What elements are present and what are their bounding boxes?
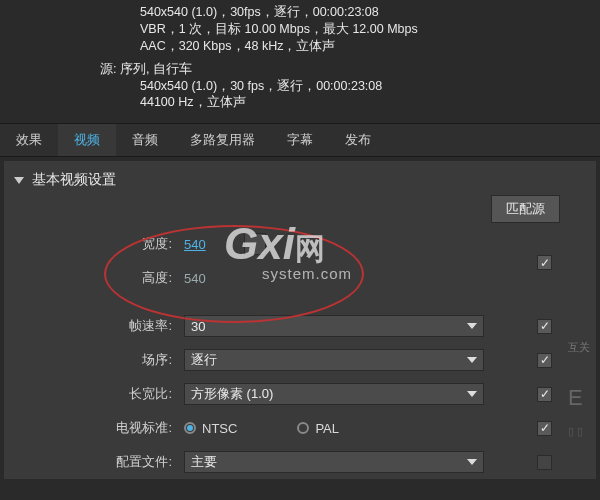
aspect-select[interactable]: 方形像素 (1.0) xyxy=(184,383,484,405)
row-fps: 帧速率: 30 ✓ xyxy=(14,309,586,343)
row-order: 场序: 逐行 ✓ xyxy=(14,343,586,377)
profile-checkbox[interactable] xyxy=(537,455,552,470)
label-tvstd: 电视标准: xyxy=(14,419,184,437)
radio-dot-icon xyxy=(297,422,309,434)
label-order: 场序: xyxy=(14,351,184,369)
label-profile: 配置文件: xyxy=(14,453,184,471)
bg-letter: E xyxy=(568,385,598,411)
aspect-checkbox[interactable]: ✓ xyxy=(537,387,552,402)
tab-effects[interactable]: 效果 xyxy=(0,124,58,156)
source-line: 540x540 (1.0)，30 fps，逐行，00:00:23:08 xyxy=(140,78,600,95)
match-source-button[interactable]: 匹配源 xyxy=(491,195,560,223)
chevron-down-icon xyxy=(467,459,477,465)
row-width: 宽度: 540 ✓ xyxy=(14,227,586,261)
bg-icon: ▯ ▯ xyxy=(568,425,598,438)
collapse-triangle-icon[interactable] xyxy=(14,177,24,184)
tab-publish[interactable]: 发布 xyxy=(329,124,387,156)
tab-captions[interactable]: 字幕 xyxy=(271,124,329,156)
tvstd-checkbox[interactable]: ✓ xyxy=(537,421,552,436)
summary-info: 540x540 (1.0)，30fps，逐行，00:00:23:08 VBR，1… xyxy=(0,0,600,117)
video-settings-panel: 基本视频设置 匹配源 Gxi网 system.com 宽度: 540 ✓ 高度:… xyxy=(4,161,596,479)
link-dimensions-icon[interactable] xyxy=(244,233,266,255)
source-name: 序列, 自行车 xyxy=(120,62,192,76)
summary-line: VBR，1 次，目标 10.00 Mbps，最大 12.00 Mbps xyxy=(140,21,600,38)
source-label: 源: xyxy=(100,62,120,76)
tab-video[interactable]: 视频 xyxy=(58,124,116,156)
tab-audio[interactable]: 音频 xyxy=(116,124,174,156)
summary-line: AAC，320 Kbps，48 kHz，立体声 xyxy=(140,38,600,55)
background-toolbar: 互关 E ▯ ▯ xyxy=(568,340,598,438)
tab-bar: 效果 视频 音频 多路复用器 字幕 发布 xyxy=(0,123,600,157)
label-fps: 帧速率: xyxy=(14,317,184,335)
label-aspect: 长宽比: xyxy=(14,385,184,403)
label-height: 高度: xyxy=(14,269,184,287)
row-profile: 配置文件: 主要 xyxy=(14,445,586,479)
order-checkbox[interactable]: ✓ xyxy=(537,353,552,368)
tab-multiplexer[interactable]: 多路复用器 xyxy=(174,124,271,156)
section-title: 基本视频设置 xyxy=(32,171,116,189)
chevron-down-icon xyxy=(467,357,477,363)
radio-dot-icon xyxy=(184,422,196,434)
profile-select[interactable]: 主要 xyxy=(184,451,484,473)
field-order-select[interactable]: 逐行 xyxy=(184,349,484,371)
source-block: 源: 序列, 自行车 540x540 (1.0)，30 fps，逐行，00:00… xyxy=(100,61,600,112)
row-tvstd: 电视标准: NTSC PAL ✓ xyxy=(14,411,586,445)
source-line: 44100 Hz，立体声 xyxy=(140,94,600,111)
bg-button: 互关 xyxy=(568,340,598,355)
label-width: 宽度: xyxy=(14,235,184,253)
fps-checkbox[interactable]: ✓ xyxy=(537,319,552,334)
width-height-checkbox[interactable]: ✓ xyxy=(537,255,552,270)
height-input[interactable]: 540 xyxy=(184,271,224,286)
width-input[interactable]: 540 xyxy=(184,237,224,252)
summary-line: 540x540 (1.0)，30fps，逐行，00:00:23:08 xyxy=(140,4,600,21)
chevron-down-icon xyxy=(467,323,477,329)
row-height: 高度: 540 xyxy=(14,261,586,295)
chevron-down-icon xyxy=(467,391,477,397)
fps-select[interactable]: 30 xyxy=(184,315,484,337)
radio-pal[interactable]: PAL xyxy=(297,421,339,436)
radio-ntsc[interactable]: NTSC xyxy=(184,421,237,436)
row-aspect: 长宽比: 方形像素 (1.0) ✓ xyxy=(14,377,586,411)
